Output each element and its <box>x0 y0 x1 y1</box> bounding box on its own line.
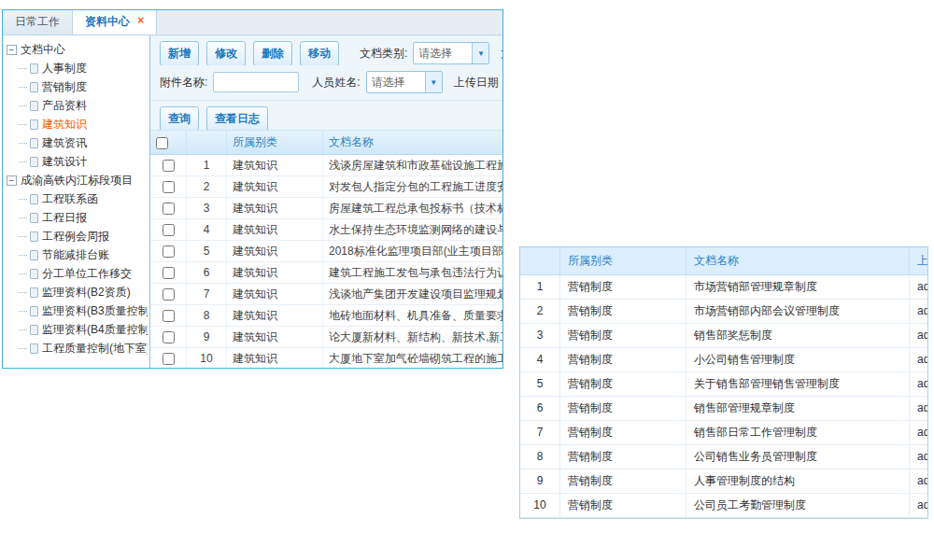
table-row: 3 建筑知识 房屋建筑工程总承包投标书（技术标）... <box>150 198 502 219</box>
table-header-row: 所属别类 文档名称 上传... <box>520 247 927 275</box>
row-number: 6 <box>187 262 227 284</box>
tree-guide-line <box>19 292 27 293</box>
doc-category-select[interactable]: 请选择 ▼ <box>413 42 489 64</box>
row-uploader: admin <box>910 275 928 300</box>
sidebar-item-project-letters[interactable]: 工程联系函 <box>7 189 148 208</box>
row-checkbox[interactable] <box>163 224 175 236</box>
sidebar-item-label: 营销制度 <box>42 79 87 95</box>
add-button[interactable]: 新增 <box>160 41 199 65</box>
row-category: 建筑知识 <box>227 219 323 241</box>
sidebar-root-doc-center[interactable]: − 文档中心 <box>7 40 148 59</box>
sidebar-root-label: 成渝高铁内江标段项目 <box>21 173 133 189</box>
close-tab-icon[interactable]: × <box>137 14 144 27</box>
query-button[interactable]: 查询 <box>160 106 199 132</box>
row-checkbox[interactable] <box>163 288 175 301</box>
sidebar-item-energy-ledger[interactable]: 节能减排台账 <box>7 245 148 264</box>
table-row: 9 营销制度 人事管理制度的结构 admin <box>520 469 927 494</box>
row-number: 5 <box>187 241 227 262</box>
document-icon <box>30 269 38 279</box>
move-button[interactable]: 移动 <box>300 41 339 65</box>
delete-button[interactable]: 删除 <box>253 41 292 65</box>
tree-guide-line <box>19 124 27 125</box>
sidebar-item-label: 建筑资讯 <box>42 135 87 151</box>
row-number: 9 <box>520 469 560 494</box>
document-icon <box>30 325 38 335</box>
row-category: 建筑知识 <box>227 284 323 305</box>
sidebar-item-supervision-b2[interactable]: 监理资料(B2资质) <box>7 283 148 301</box>
row-checkbox[interactable] <box>163 203 175 215</box>
row-number: 8 <box>187 305 227 327</box>
tree-guide-line <box>19 68 27 69</box>
action-row: 查询 查看日志 <box>150 100 502 131</box>
sidebar-root-label: 文档中心 <box>21 42 65 58</box>
tree-guide-line <box>19 143 27 144</box>
tab-data-center[interactable]: 资料中心 × <box>73 10 157 35</box>
sidebar-item-label: 分工单位工作移交 <box>42 266 132 282</box>
row-doc-name: 销售部奖惩制度 <box>686 324 910 348</box>
row-uploader: admin <box>910 348 928 372</box>
collapse-icon[interactable]: − <box>7 45 17 55</box>
row-checkbox[interactable] <box>163 331 175 343</box>
header-number <box>520 247 560 275</box>
tree-guide-line <box>19 199 27 200</box>
sidebar-item-supervision-b4[interactable]: 监理资料(B4质量控制) <box>7 320 148 339</box>
tree-guide-line <box>19 87 27 88</box>
row-uploader: admin <box>910 445 928 469</box>
sidebar-item-personnel[interactable]: 人事制度 <box>7 59 148 77</box>
sidebar-item-weekly-meeting[interactable]: 工程例会周报 <box>7 227 148 245</box>
table-row: 3 营销制度 销售部奖惩制度 admin <box>520 324 927 348</box>
sidebar-item-label: 监理资料(B2资质) <box>42 285 131 301</box>
attachment-name-input[interactable] <box>213 72 299 92</box>
table-row: 1 营销制度 市场营销部管理规章制度 admin <box>520 275 927 300</box>
row-checkbox[interactable] <box>163 160 175 172</box>
document-icon <box>30 119 38 130</box>
panel-body: − 文档中心 人事制度 营销制度 产品资料 建筑知识 <box>3 35 502 368</box>
row-checkbox[interactable] <box>163 267 175 279</box>
row-number: 7 <box>520 421 560 445</box>
row-category: 建筑知识 <box>227 348 323 369</box>
document-icon <box>30 231 38 242</box>
row-doc-name: 销售部管理规章制度 <box>686 397 910 421</box>
row-checkbox[interactable] <box>163 181 175 193</box>
tab-daily-work[interactable]: 日常工作 <box>3 10 73 35</box>
document-icon <box>30 287 38 298</box>
row-checkbox[interactable] <box>163 310 175 322</box>
table-row: 7 营销制度 销售部日常工作管理制度 admin <box>520 421 927 445</box>
sidebar-item-marketing[interactable]: 营销制度 <box>7 77 148 96</box>
row-category: 营销制度 <box>560 494 686 518</box>
sidebar-item-product[interactable]: 产品资料 <box>7 96 148 115</box>
table-row: 9 建筑知识 论大厦新材料、新结构、新技术,新工... <box>150 327 502 348</box>
sidebar-root-project[interactable]: − 成渝高铁内江标段项目 <box>7 171 148 189</box>
sidebar-item-building-design[interactable]: 建筑设计 <box>7 152 148 171</box>
row-checkbox[interactable] <box>163 245 175 258</box>
sidebar-item-supervision-b3[interactable]: 监理资料(B3质量控制) <box>7 301 148 320</box>
row-number: 8 <box>520 445 560 469</box>
row-checkbox[interactable] <box>163 353 175 365</box>
row-category: 建筑知识 <box>227 305 323 327</box>
row-doc-name: 论大厦新材料、新结构、新技术,新工... <box>323 327 503 348</box>
filter-row: 附件名称: 人员姓名: 请选择 ▼ 上传日期 <box>150 71 502 93</box>
tree-guide-line <box>19 217 27 218</box>
sidebar-item-label: 节能减排台账 <box>42 247 109 263</box>
row-category: 营销制度 <box>560 421 686 445</box>
view-log-button[interactable]: 查看日志 <box>206 106 268 132</box>
sidebar-item-label: 建筑知识 <box>42 117 87 133</box>
table-row: 4 建筑知识 水土保持生态环境监测网络的建设与资... <box>150 219 502 241</box>
sidebar-item-quality-basement[interactable]: 工程质量控制(地下室) <box>7 339 148 357</box>
sidebar-item-building-knowledge[interactable]: 建筑知识 <box>7 115 148 133</box>
row-number: 3 <box>520 324 560 348</box>
sidebar-item-work-transfer[interactable]: 分工单位工作移交 <box>7 264 148 283</box>
person-name-select[interactable]: 请选择 ▼ <box>366 71 443 93</box>
document-icon <box>30 82 38 92</box>
collapse-icon[interactable]: − <box>7 175 17 186</box>
edit-button[interactable]: 修改 <box>206 41 246 65</box>
select-all-checkbox[interactable] <box>156 137 168 149</box>
sidebar-item-building-news[interactable]: 建筑资讯 <box>7 133 148 152</box>
sidebar-item-daily-report[interactable]: 工程日报 <box>7 208 148 227</box>
header-category: 所属别类 <box>227 131 323 155</box>
row-uploader: admin <box>910 372 928 397</box>
row-category: 建筑知识 <box>227 176 323 198</box>
tree-guide-line <box>19 255 27 256</box>
row-number: 10 <box>520 494 560 518</box>
row-doc-name: 市场营销部管理规章制度 <box>686 275 910 300</box>
